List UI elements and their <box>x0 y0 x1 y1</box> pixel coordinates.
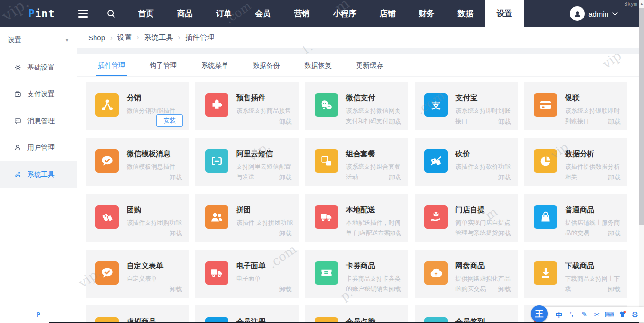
sidebar-item-label: 支付设置 <box>27 90 55 99</box>
logo-rest: int <box>35 8 55 19</box>
nav-item-miniprogram[interactable]: 小程序 <box>322 0 368 27</box>
breadcrumb-item[interactable]: 设置› <box>117 33 144 42</box>
plugin-action-button[interactable]: 卸载 <box>608 117 621 126</box>
scrollbar-thumb[interactable] <box>639 8 644 225</box>
plugin-card: 下载商品 下载商品支持网上下载 卸载 <box>524 250 627 298</box>
plugin-title: 卡券商品 <box>346 261 403 270</box>
plugin-icon <box>424 261 448 285</box>
caret-down-icon: ▼ <box>65 38 69 43</box>
nav-item-marketing[interactable]: 营销 <box>283 0 322 27</box>
nav-item-members[interactable]: 会员 <box>244 0 283 27</box>
nav-item-goods[interactable]: 商品 <box>166 0 205 27</box>
plugin-card: 阿里云短信 支持阿里云短信配置与发送 卸载 <box>195 138 299 186</box>
plugin-title: 砍价 <box>455 149 511 159</box>
plugin-icon <box>205 93 228 117</box>
plugin-action-button[interactable]: 卸载 <box>498 285 511 294</box>
plugin-title: 下载商品 <box>565 261 623 270</box>
sidebar-header[interactable]: 设置 ▼ <box>0 27 77 54</box>
plugin-description: 该插件支持砍价功能 <box>455 162 511 172</box>
nav-item-finance[interactable]: 财务 <box>407 0 446 27</box>
chinese-mode-icon[interactable] <box>552 308 565 320</box>
plugin-card: 普通商品 提供店铺线上服务商品的交易 卸载 <box>524 194 627 242</box>
plugin-card: 网盘商品 提供网络虚拟化产品的购买交易 卸载 <box>415 250 518 298</box>
plugin-title: 自定义表单 <box>127 261 163 270</box>
plugin-action-button[interactable]: 卸载 <box>170 229 182 238</box>
plugin-action-button[interactable]: 卸载 <box>170 285 182 294</box>
plugin-title: 银联 <box>565 93 623 103</box>
plugin-action-button[interactable]: 卸载 <box>279 173 292 182</box>
plugin-action-button[interactable]: 卸载 <box>389 117 401 126</box>
plugin-icon <box>95 149 119 173</box>
plugin-icon <box>95 93 119 117</box>
tab-refresh-cache[interactable]: 更新缓存 <box>344 54 396 76</box>
breadcrumb-separator: › <box>110 34 113 42</box>
plugin-card: 团购 该插件支持团购功能 卸载 <box>86 194 189 242</box>
plugin-action-button[interactable]: 卸载 <box>608 229 621 238</box>
sidebar-item-label: 基础设置 <box>27 63 55 72</box>
plugin-title: 组合套餐 <box>346 149 403 159</box>
hamburger-menu-icon[interactable] <box>76 7 91 20</box>
nav-item-home[interactable]: 首页 <box>127 0 166 27</box>
tab-plugin-management[interactable]: 插件管理 <box>86 54 137 76</box>
ime-logo-badge[interactable]: 王 <box>531 305 548 322</box>
plugin-icon <box>534 93 557 117</box>
plugin-action-button[interactable]: 安装 <box>156 114 183 127</box>
plugin-action-button[interactable]: 卸载 <box>389 229 401 238</box>
skin-icon[interactable] <box>616 308 628 320</box>
plugin-card: 支付宝 该系统支持即时到账接口 卸载 <box>415 82 518 130</box>
plugin-action-button[interactable]: 卸载 <box>498 117 511 126</box>
sidebar-item-system-tools[interactable]: 系统工具 <box>0 161 77 188</box>
scrollbar-up-arrow[interactable]: ▲ <box>639 0 644 7</box>
plugin-action-button[interactable]: 卸载 <box>170 173 182 182</box>
nav-item-settings[interactable]: 设置 <box>485 0 524 27</box>
handwriting-icon[interactable] <box>578 308 590 320</box>
nav-item-orders[interactable]: 订单 <box>205 0 244 27</box>
sidebar-item-user-management[interactable]: 用户管理 <box>0 134 77 161</box>
clipboard-icon[interactable] <box>590 308 603 320</box>
punctuation-icon[interactable] <box>565 308 578 320</box>
tab-hook-management[interactable]: 钩子管理 <box>137 54 189 76</box>
app-logo: Pint <box>28 0 55 27</box>
plugin-card: 自定义表单 自定义表单 卸载 <box>86 250 189 298</box>
breadcrumb-item[interactable]: 系统工具› <box>144 33 185 42</box>
plugin-title: 拼团 <box>236 205 293 215</box>
breadcrumb-item[interactable]: 插件管理› <box>185 33 214 42</box>
plugin-icon <box>534 149 557 173</box>
plugin-action-button[interactable]: 卸载 <box>279 285 292 294</box>
plugin-action-button[interactable]: 卸载 <box>608 173 621 182</box>
plugin-card: 数据分析 该插件提供数据分析相关 卸载 <box>524 138 627 186</box>
scrollbar[interactable]: ▲ <box>639 0 644 323</box>
content-panel: 插件管理钩子管理系统菜单数据备份数据恢复更新缓存 分销 微信分销功能插件 安装 <box>77 54 639 323</box>
user-menu[interactable]: admin <box>570 0 618 27</box>
sidebar-item-icon <box>14 117 22 125</box>
plugin-action-button[interactable]: 卸载 <box>389 173 401 182</box>
plugin-action-button[interactable]: 卸载 <box>279 117 292 126</box>
sidebar-item-payment-settings[interactable]: 支付设置 <box>0 81 77 108</box>
ime-settings-icon[interactable] <box>628 308 641 320</box>
tab-system-menu[interactable]: 系统菜单 <box>189 54 241 76</box>
sidebar-item-basic-settings[interactable]: 基础设置 <box>0 54 77 81</box>
plugin-icon <box>95 261 119 285</box>
plugin-icon <box>534 205 557 229</box>
virtual-keyboard-icon[interactable] <box>603 308 616 320</box>
sidebar-item-message-management[interactable]: 消息管理 <box>0 108 77 134</box>
nav-item-shop[interactable]: 店铺 <box>368 0 407 27</box>
plugin-icon <box>534 261 557 285</box>
plugin-title: 电子面单 <box>236 261 265 270</box>
tab-data-backup[interactable]: 数据备份 <box>241 54 292 76</box>
plugin-action-button[interactable]: 卸载 <box>608 285 621 294</box>
breadcrumb: Shop›设置›系统工具›插件管理› <box>77 27 639 48</box>
search-icon[interactable] <box>103 6 119 21</box>
plugin-action-button[interactable]: 卸载 <box>498 173 511 182</box>
tab-data-restore[interactable]: 数据恢复 <box>292 54 344 76</box>
plugin-action-button[interactable]: 卸载 <box>498 229 511 238</box>
chevron-down-icon <box>612 12 618 16</box>
plugin-icon <box>424 149 448 173</box>
nav-item-data[interactable]: 数据 <box>446 0 485 27</box>
breadcrumb-item[interactable]: Shop› <box>88 34 117 42</box>
plugin-title: 微信模板消息 <box>127 149 175 159</box>
plugin-icon <box>315 149 338 173</box>
plugin-action-button[interactable]: 卸载 <box>389 285 401 294</box>
plugin-card: 分销 微信分销功能插件 安装 <box>86 82 189 130</box>
plugin-action-button[interactable]: 卸载 <box>279 229 292 238</box>
